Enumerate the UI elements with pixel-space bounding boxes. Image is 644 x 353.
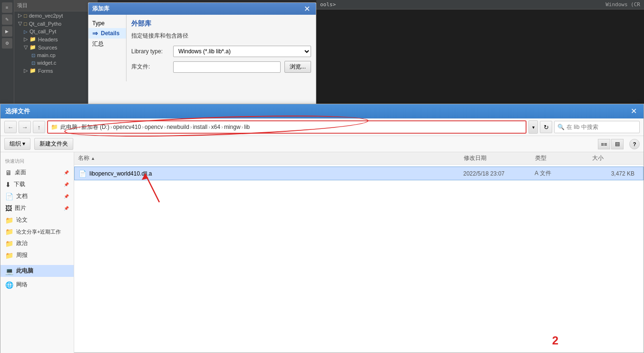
qt-tree-maincp[interactable]: ⊡ main.cp xyxy=(14,51,97,59)
qt-tree-qtcallpyt[interactable]: ▷ Qt_call_Pyt xyxy=(14,28,97,35)
folder-icon-lunwen: 📁 xyxy=(5,216,13,224)
new-folder-button[interactable]: 新建文件夹 xyxy=(34,138,73,150)
ext-lib-section-title: 外部库 xyxy=(131,20,311,28)
breadcrumb-dropdown-button[interactable]: ▾ xyxy=(528,120,538,134)
breadcrumb-folder-icon: 📁 xyxy=(51,124,58,130)
cpp-icon2: ⊡ xyxy=(31,60,35,66)
ext-lib-close-button[interactable]: ✕ xyxy=(302,5,312,13)
header-name[interactable]: 名称 ▲ xyxy=(78,154,464,162)
nav-up-button[interactable]: ↑ xyxy=(33,121,45,133)
header-type[interactable]: 类型 xyxy=(535,154,592,162)
sidebar-item-this-pc[interactable]: 💻 此电脑 xyxy=(0,265,74,277)
download-icon: ⬇ xyxy=(5,181,11,188)
search-icon: 🔍 xyxy=(557,124,565,130)
sources-folder-icon: 📁 xyxy=(29,44,36,50)
breadcrumb-drive[interactable]: 新加卷 (D:) xyxy=(81,123,109,131)
ext-lib-dialog: 添加库 ✕ Type ⇒ Details 汇总 外部库 指定链接库和包含路径 L… xyxy=(88,2,316,105)
ext-lib-nav-summary[interactable]: 汇总 xyxy=(88,39,126,49)
file-dialog-body: 快速访问 🖥 桌面 📌 ⬇ 下载 📌 📄 文档 📌 🖼 图片 📌 xyxy=(0,152,644,353)
file-icon: ▷ xyxy=(24,29,28,34)
ext-lib-nav-details[interactable]: ⇒ Details xyxy=(88,28,126,39)
qt-project-panel: 项目 ▷ □ demo_vec2pyt ▽ □ Qt_call_Pytho ▷ … xyxy=(14,0,98,105)
sidebar-item-desktop[interactable]: 🖥 桌面 📌 xyxy=(0,167,74,178)
lib-file-input[interactable] xyxy=(173,61,281,73)
expand-icon: ▷ xyxy=(18,12,22,19)
console-toolbar: ools> Windows (CR xyxy=(316,0,644,10)
folder-icon-lunwen-share: 📁 xyxy=(5,228,13,235)
header-date[interactable]: 修改日期 xyxy=(464,154,535,162)
nav-forward-button[interactable]: → xyxy=(19,121,31,133)
breadcrumb-install[interactable]: install xyxy=(193,124,207,130)
nav-arrow-icon: ⇒ xyxy=(92,29,98,37)
qt-sidebar-build-icon[interactable]: ⚙ xyxy=(2,38,12,49)
ext-lib-nav-type[interactable]: Type xyxy=(88,19,126,28)
qt-tree-widgetc[interactable]: ⊡ widget.c xyxy=(14,59,97,67)
file-dialog-close-button[interactable]: ✕ xyxy=(629,108,639,115)
library-type-select[interactable]: Windows (*.lib lib*.a) xyxy=(173,46,311,57)
qt-sidebar-projects-icon[interactable]: ≡ xyxy=(2,2,12,13)
search-input[interactable] xyxy=(566,124,633,130)
qt-sidebar: ≡ ✎ ▶ ⚙ xyxy=(0,0,14,105)
qt-panel-title: 项目 xyxy=(14,0,97,11)
breadcrumb-opencv410[interactable]: opencv410 xyxy=(113,124,141,130)
file-sidebar: 快速访问 🖥 桌面 📌 ⬇ 下载 📌 📄 文档 📌 🖼 图片 📌 xyxy=(0,152,74,353)
project-icon: □ xyxy=(24,13,27,19)
documents-icon: 📄 xyxy=(5,193,13,200)
file-dialog-titlebar: 选择文件 ✕ xyxy=(0,104,644,118)
console-platform: Windows (CR xyxy=(605,1,640,8)
network-icon: 🌐 xyxy=(5,281,13,289)
console-area: ools> Windows (CR xyxy=(316,0,644,104)
file-dialog-title-text: 选择文件 xyxy=(5,107,30,116)
organize-button[interactable]: 组织 ▾ xyxy=(4,138,30,150)
file-row-date: 2022/5/18 23:07 xyxy=(463,170,535,177)
sidebar-item-weekly[interactable]: 📁 周报 xyxy=(0,249,74,261)
breadcrumb-lib[interactable]: lib xyxy=(244,124,250,130)
sidebar-item-documents[interactable]: 📄 文档 📌 xyxy=(0,190,74,202)
breadcrumb-newbuild[interactable]: newbuild xyxy=(166,124,189,130)
view-list-button[interactable]: ≡≡ xyxy=(598,139,610,149)
qt-tree-sources[interactable]: ▽ 📁 Sources xyxy=(14,43,97,51)
forms-folder-icon: 📁 xyxy=(29,68,36,74)
breadcrumb-mingw[interactable]: mingw xyxy=(224,124,241,130)
this-pc-icon: 💻 xyxy=(5,267,13,275)
headers-folder-icon: 📁 xyxy=(29,36,36,42)
sidebar-item-pictures[interactable]: 🖼 图片 📌 xyxy=(0,202,74,214)
library-type-label: Library type: xyxy=(131,48,169,55)
nav-back-button[interactable]: ← xyxy=(4,121,17,133)
sidebar-item-network[interactable]: 🌐 网络 xyxy=(0,279,74,291)
breadcrumb-x64[interactable]: x64 xyxy=(211,124,220,130)
file-row-size: 3,472 KB xyxy=(592,170,639,177)
qt-tree-headers[interactable]: ▷ 📁 Headers xyxy=(14,35,97,43)
lib-file-label: 库文件: xyxy=(131,63,169,71)
expand-icon: ▽ xyxy=(18,20,22,27)
qt-sidebar-edit-icon[interactable]: ✎ xyxy=(2,14,12,25)
refresh-button[interactable]: ↻ xyxy=(540,121,552,133)
pictures-icon: 🖼 xyxy=(5,205,12,212)
sidebar-item-politics[interactable]: 📁 政治 xyxy=(0,237,74,249)
sidebar-item-downloads[interactable]: ⬇ 下载 📌 xyxy=(0,178,74,190)
file-list-area: 名称 ▲ 修改日期 类型 大小 📄 libopencv_world410.d xyxy=(74,152,644,353)
file-dialog-nav-toolbar: ← → ↑ 📁 此电脑 › 新加卷 (D:) › opencv410 › ope… xyxy=(0,118,644,136)
qt-tree-forms[interactable]: ▷ 📁 Forms xyxy=(14,67,97,75)
file-toolbar2: 组织 ▾ 新建文件夹 ≡≡ ▤ ? xyxy=(0,136,644,152)
sidebar-item-lunwen-share[interactable]: 📁 论文分享+近期工作 xyxy=(0,226,74,237)
expand-icon: ▷ xyxy=(24,36,28,42)
table-row[interactable]: 📄 libopencv_world410.dll.a 2022/5/18 23:… xyxy=(74,167,644,180)
desktop-icon: 🖥 xyxy=(5,169,12,176)
qt-tree-qtcall[interactable]: ▽ □ Qt_call_Pytho xyxy=(14,20,97,28)
file-row-name: 📄 libopencv_world410.dll.a xyxy=(78,170,463,177)
browse-button[interactable]: 浏览... xyxy=(284,61,311,73)
breadcrumb-opencv[interactable]: opencv xyxy=(145,124,163,130)
search-bar: 🔍 xyxy=(554,121,640,133)
folder-icon-politics: 📁 xyxy=(5,240,13,247)
header-size[interactable]: 大小 xyxy=(592,154,640,162)
sidebar-item-lunwen[interactable]: 📁 论文 xyxy=(0,214,74,226)
breadcrumb-pc[interactable]: 此电脑 xyxy=(60,123,78,131)
help-button[interactable]: ? xyxy=(629,139,640,149)
qt-tree-demo[interactable]: ▷ □ demo_vec2pyt xyxy=(14,11,97,20)
file-row-type: A 文件 xyxy=(535,169,592,177)
view-details-button[interactable]: ▤ xyxy=(611,139,624,149)
file-dialog: 选择文件 ✕ ← → ↑ 📁 此电脑 › 新加卷 (D:) › opencv41… xyxy=(0,104,644,353)
qt-sidebar-debug-icon[interactable]: ▶ xyxy=(2,26,12,37)
ext-lib-desc: 指定链接库和包含路径 xyxy=(131,32,311,40)
